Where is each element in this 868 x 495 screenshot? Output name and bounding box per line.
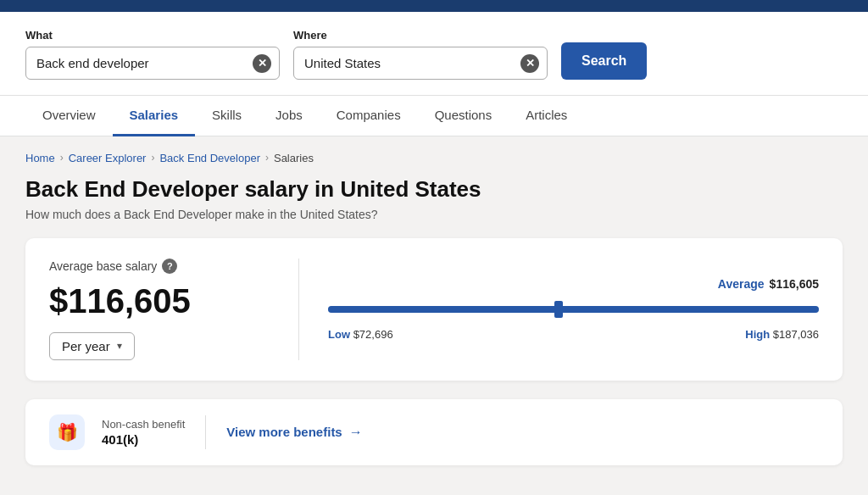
- chart-avg-value: $116,605: [770, 277, 819, 291]
- where-field-group: Where ✕: [293, 29, 548, 80]
- range-bar-container: [328, 296, 819, 321]
- what-input[interactable]: [25, 47, 280, 80]
- where-input-wrapper: ✕: [293, 47, 548, 80]
- what-clear-button[interactable]: ✕: [253, 54, 271, 73]
- low-value: $72,696: [353, 328, 393, 341]
- per-year-label: Per year: [62, 339, 110, 353]
- low-label: Low: [328, 328, 350, 341]
- where-input[interactable]: [293, 47, 548, 80]
- high-value: $187,036: [773, 328, 819, 341]
- salary-amount: $116,605: [49, 282, 270, 320]
- salary-divider: [298, 259, 299, 360]
- dropdown-arrow-icon: ▾: [117, 340, 122, 352]
- benefit-type: Non-cash benefit: [102, 418, 185, 431]
- range-labels: Low $72,696 High $187,036: [328, 328, 819, 341]
- chart-header: Average $116,605: [328, 277, 819, 291]
- breadcrumb-home[interactable]: Home: [25, 152, 55, 164]
- tabs-bar: Overview Salaries Skills Jobs Companies …: [0, 96, 868, 136]
- arrow-right-icon: →: [349, 425, 363, 440]
- breadcrumb-sep-1: ›: [60, 152, 64, 164]
- benefit-info: Non-cash benefit 401(k): [102, 418, 185, 447]
- benefits-divider: [205, 415, 206, 449]
- avg-label-text: Average base salary: [49, 259, 157, 273]
- breadcrumb: Home › Career Explorer › Back End Develo…: [25, 152, 843, 164]
- range-label-high: High $187,036: [745, 328, 819, 341]
- page-title: Back End Developer salary in United Stat…: [25, 176, 843, 203]
- chart-avg-label: Average: [718, 277, 765, 291]
- tab-companies[interactable]: Companies: [320, 96, 418, 136]
- what-label: What: [25, 29, 280, 42]
- high-label: High: [745, 328, 770, 341]
- benefit-icon-wrapper: 🎁: [49, 414, 85, 450]
- search-section: What ✕ Where ✕ Search: [0, 12, 868, 96]
- what-input-wrapper: ✕: [25, 47, 280, 80]
- view-more-benefits-link[interactable]: View more benefits →: [226, 425, 362, 440]
- breadcrumb-sep-3: ›: [265, 152, 269, 164]
- search-fields: What ✕ Where ✕ Search: [25, 29, 843, 80]
- salary-chart: Average $116,605 Low $72,696 High $187,0…: [328, 259, 819, 360]
- tab-jobs[interactable]: Jobs: [259, 96, 320, 136]
- tab-questions[interactable]: Questions: [418, 96, 509, 136]
- benefits-section: 🎁 Non-cash benefit 401(k) View more bene…: [25, 399, 843, 465]
- view-more-label: View more benefits: [226, 425, 342, 439]
- breadcrumb-job-title[interactable]: Back End Developer: [159, 152, 260, 164]
- range-label-low: Low $72,696: [328, 328, 393, 341]
- help-icon[interactable]: ?: [162, 259, 177, 274]
- where-clear-button[interactable]: ✕: [520, 54, 539, 73]
- breadcrumb-career-explorer[interactable]: Career Explorer: [69, 152, 147, 164]
- per-year-dropdown[interactable]: Per year ▾: [49, 332, 135, 360]
- tab-articles[interactable]: Articles: [509, 96, 584, 136]
- search-button[interactable]: Search: [561, 42, 647, 80]
- avg-label: Average base salary ?: [49, 259, 270, 274]
- where-label: Where: [293, 29, 548, 42]
- benefit-name: 401(k): [102, 432, 185, 447]
- breadcrumb-current: Salaries: [274, 152, 314, 164]
- salary-card: Average base salary ? $116,605 Per year …: [25, 238, 843, 381]
- avg-marker: [554, 301, 563, 318]
- gift-icon: 🎁: [57, 422, 78, 442]
- tab-salaries[interactable]: Salaries: [113, 96, 196, 136]
- range-bar-fill: [328, 306, 819, 313]
- tab-overview[interactable]: Overview: [25, 96, 113, 136]
- breadcrumb-sep-2: ›: [151, 152, 154, 164]
- top-nav-bar: [0, 0, 868, 12]
- page-subtitle: How much does a Back End Developer make …: [25, 208, 843, 221]
- tab-skills[interactable]: Skills: [195, 96, 259, 136]
- salary-left: Average base salary ? $116,605 Per year …: [49, 259, 270, 360]
- main-content: Home › Career Explorer › Back End Develo…: [0, 136, 868, 491]
- what-field-group: What ✕: [25, 29, 280, 80]
